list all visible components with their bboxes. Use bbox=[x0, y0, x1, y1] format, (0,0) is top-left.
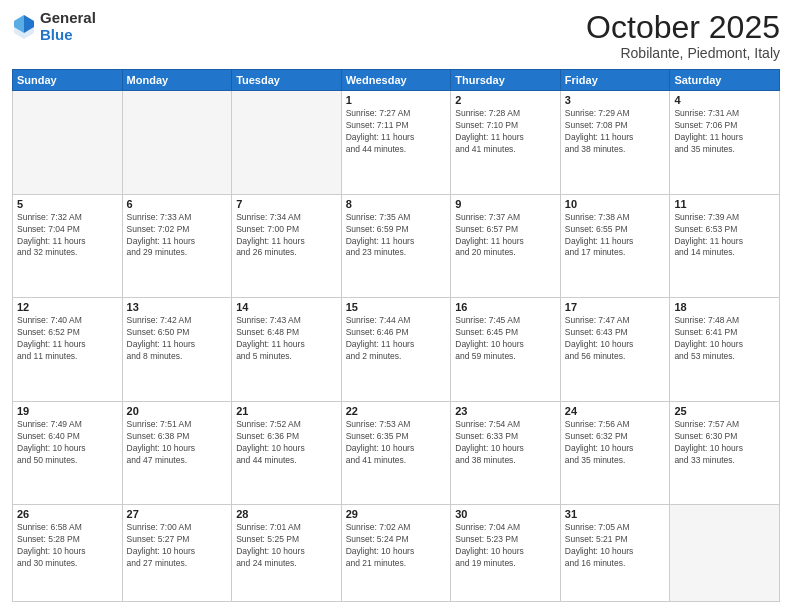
calendar-cell: 9Sunrise: 7:37 AM Sunset: 6:57 PM Daylig… bbox=[451, 194, 561, 298]
logo-text: General Blue bbox=[40, 10, 96, 43]
col-friday: Friday bbox=[560, 70, 670, 91]
calendar-cell: 16Sunrise: 7:45 AM Sunset: 6:45 PM Dayli… bbox=[451, 298, 561, 402]
page: General Blue October 2025 Robilante, Pie… bbox=[0, 0, 792, 612]
calendar-cell: 30Sunrise: 7:04 AM Sunset: 5:23 PM Dayli… bbox=[451, 505, 561, 602]
day-number: 12 bbox=[17, 301, 118, 313]
day-info: Sunrise: 7:32 AM Sunset: 7:04 PM Dayligh… bbox=[17, 212, 118, 260]
calendar-week-4: 19Sunrise: 7:49 AM Sunset: 6:40 PM Dayli… bbox=[13, 401, 780, 505]
day-info: Sunrise: 7:04 AM Sunset: 5:23 PM Dayligh… bbox=[455, 522, 556, 570]
calendar-cell: 24Sunrise: 7:56 AM Sunset: 6:32 PM Dayli… bbox=[560, 401, 670, 505]
day-number: 18 bbox=[674, 301, 775, 313]
calendar-cell: 17Sunrise: 7:47 AM Sunset: 6:43 PM Dayli… bbox=[560, 298, 670, 402]
calendar-header-row: Sunday Monday Tuesday Wednesday Thursday… bbox=[13, 70, 780, 91]
calendar-cell: 20Sunrise: 7:51 AM Sunset: 6:38 PM Dayli… bbox=[122, 401, 232, 505]
day-number: 20 bbox=[127, 405, 228, 417]
day-number: 9 bbox=[455, 198, 556, 210]
day-number: 14 bbox=[236, 301, 337, 313]
col-tuesday: Tuesday bbox=[232, 70, 342, 91]
day-info: Sunrise: 7:05 AM Sunset: 5:21 PM Dayligh… bbox=[565, 522, 666, 570]
day-number: 4 bbox=[674, 94, 775, 106]
calendar-cell: 27Sunrise: 7:00 AM Sunset: 5:27 PM Dayli… bbox=[122, 505, 232, 602]
day-number: 23 bbox=[455, 405, 556, 417]
calendar-cell: 6Sunrise: 7:33 AM Sunset: 7:02 PM Daylig… bbox=[122, 194, 232, 298]
day-number: 8 bbox=[346, 198, 447, 210]
day-info: Sunrise: 7:48 AM Sunset: 6:41 PM Dayligh… bbox=[674, 315, 775, 363]
calendar-table: Sunday Monday Tuesday Wednesday Thursday… bbox=[12, 69, 780, 602]
day-info: Sunrise: 6:58 AM Sunset: 5:28 PM Dayligh… bbox=[17, 522, 118, 570]
day-number: 3 bbox=[565, 94, 666, 106]
day-info: Sunrise: 7:43 AM Sunset: 6:48 PM Dayligh… bbox=[236, 315, 337, 363]
day-number: 29 bbox=[346, 508, 447, 520]
day-info: Sunrise: 7:51 AM Sunset: 6:38 PM Dayligh… bbox=[127, 419, 228, 467]
calendar-cell: 8Sunrise: 7:35 AM Sunset: 6:59 PM Daylig… bbox=[341, 194, 451, 298]
logo-general: General bbox=[40, 10, 96, 27]
calendar-cell bbox=[122, 91, 232, 195]
day-info: Sunrise: 7:35 AM Sunset: 6:59 PM Dayligh… bbox=[346, 212, 447, 260]
day-info: Sunrise: 7:34 AM Sunset: 7:00 PM Dayligh… bbox=[236, 212, 337, 260]
calendar-cell: 25Sunrise: 7:57 AM Sunset: 6:30 PM Dayli… bbox=[670, 401, 780, 505]
day-info: Sunrise: 7:47 AM Sunset: 6:43 PM Dayligh… bbox=[565, 315, 666, 363]
calendar-cell: 14Sunrise: 7:43 AM Sunset: 6:48 PM Dayli… bbox=[232, 298, 342, 402]
title-block: October 2025 Robilante, Piedmont, Italy bbox=[586, 10, 780, 61]
day-info: Sunrise: 7:37 AM Sunset: 6:57 PM Dayligh… bbox=[455, 212, 556, 260]
calendar-cell: 11Sunrise: 7:39 AM Sunset: 6:53 PM Dayli… bbox=[670, 194, 780, 298]
day-number: 15 bbox=[346, 301, 447, 313]
calendar-cell: 12Sunrise: 7:40 AM Sunset: 6:52 PM Dayli… bbox=[13, 298, 123, 402]
day-number: 19 bbox=[17, 405, 118, 417]
col-wednesday: Wednesday bbox=[341, 70, 451, 91]
calendar-week-2: 5Sunrise: 7:32 AM Sunset: 7:04 PM Daylig… bbox=[13, 194, 780, 298]
day-info: Sunrise: 7:57 AM Sunset: 6:30 PM Dayligh… bbox=[674, 419, 775, 467]
calendar-cell: 31Sunrise: 7:05 AM Sunset: 5:21 PM Dayli… bbox=[560, 505, 670, 602]
day-number: 28 bbox=[236, 508, 337, 520]
calendar-cell: 4Sunrise: 7:31 AM Sunset: 7:06 PM Daylig… bbox=[670, 91, 780, 195]
calendar-week-1: 1Sunrise: 7:27 AM Sunset: 7:11 PM Daylig… bbox=[13, 91, 780, 195]
day-number: 2 bbox=[455, 94, 556, 106]
day-info: Sunrise: 7:42 AM Sunset: 6:50 PM Dayligh… bbox=[127, 315, 228, 363]
day-number: 5 bbox=[17, 198, 118, 210]
month-title: October 2025 bbox=[586, 10, 780, 45]
calendar-cell: 19Sunrise: 7:49 AM Sunset: 6:40 PM Dayli… bbox=[13, 401, 123, 505]
calendar-cell: 7Sunrise: 7:34 AM Sunset: 7:00 PM Daylig… bbox=[232, 194, 342, 298]
day-number: 31 bbox=[565, 508, 666, 520]
calendar-cell: 1Sunrise: 7:27 AM Sunset: 7:11 PM Daylig… bbox=[341, 91, 451, 195]
calendar-cell: 2Sunrise: 7:28 AM Sunset: 7:10 PM Daylig… bbox=[451, 91, 561, 195]
calendar-cell: 26Sunrise: 6:58 AM Sunset: 5:28 PM Dayli… bbox=[13, 505, 123, 602]
day-number: 22 bbox=[346, 405, 447, 417]
day-number: 13 bbox=[127, 301, 228, 313]
calendar-cell bbox=[232, 91, 342, 195]
day-info: Sunrise: 7:39 AM Sunset: 6:53 PM Dayligh… bbox=[674, 212, 775, 260]
day-number: 27 bbox=[127, 508, 228, 520]
day-info: Sunrise: 7:40 AM Sunset: 6:52 PM Dayligh… bbox=[17, 315, 118, 363]
day-info: Sunrise: 7:02 AM Sunset: 5:24 PM Dayligh… bbox=[346, 522, 447, 570]
logo: General Blue bbox=[12, 10, 96, 43]
subtitle: Robilante, Piedmont, Italy bbox=[586, 45, 780, 61]
day-number: 11 bbox=[674, 198, 775, 210]
day-info: Sunrise: 7:49 AM Sunset: 6:40 PM Dayligh… bbox=[17, 419, 118, 467]
day-info: Sunrise: 7:01 AM Sunset: 5:25 PM Dayligh… bbox=[236, 522, 337, 570]
calendar-cell: 10Sunrise: 7:38 AM Sunset: 6:55 PM Dayli… bbox=[560, 194, 670, 298]
day-info: Sunrise: 7:28 AM Sunset: 7:10 PM Dayligh… bbox=[455, 108, 556, 156]
col-sunday: Sunday bbox=[13, 70, 123, 91]
calendar-cell: 21Sunrise: 7:52 AM Sunset: 6:36 PM Dayli… bbox=[232, 401, 342, 505]
day-info: Sunrise: 7:54 AM Sunset: 6:33 PM Dayligh… bbox=[455, 419, 556, 467]
day-number: 25 bbox=[674, 405, 775, 417]
calendar-cell: 18Sunrise: 7:48 AM Sunset: 6:41 PM Dayli… bbox=[670, 298, 780, 402]
calendar-cell: 13Sunrise: 7:42 AM Sunset: 6:50 PM Dayli… bbox=[122, 298, 232, 402]
calendar-week-3: 12Sunrise: 7:40 AM Sunset: 6:52 PM Dayli… bbox=[13, 298, 780, 402]
day-info: Sunrise: 7:31 AM Sunset: 7:06 PM Dayligh… bbox=[674, 108, 775, 156]
header: General Blue October 2025 Robilante, Pie… bbox=[12, 10, 780, 61]
day-number: 17 bbox=[565, 301, 666, 313]
calendar-cell: 28Sunrise: 7:01 AM Sunset: 5:25 PM Dayli… bbox=[232, 505, 342, 602]
calendar-cell: 23Sunrise: 7:54 AM Sunset: 6:33 PM Dayli… bbox=[451, 401, 561, 505]
calendar-cell bbox=[670, 505, 780, 602]
day-number: 7 bbox=[236, 198, 337, 210]
day-info: Sunrise: 7:27 AM Sunset: 7:11 PM Dayligh… bbox=[346, 108, 447, 156]
day-number: 10 bbox=[565, 198, 666, 210]
day-info: Sunrise: 7:53 AM Sunset: 6:35 PM Dayligh… bbox=[346, 419, 447, 467]
day-number: 21 bbox=[236, 405, 337, 417]
day-info: Sunrise: 7:00 AM Sunset: 5:27 PM Dayligh… bbox=[127, 522, 228, 570]
calendar-cell bbox=[13, 91, 123, 195]
day-number: 24 bbox=[565, 405, 666, 417]
day-number: 1 bbox=[346, 94, 447, 106]
col-thursday: Thursday bbox=[451, 70, 561, 91]
